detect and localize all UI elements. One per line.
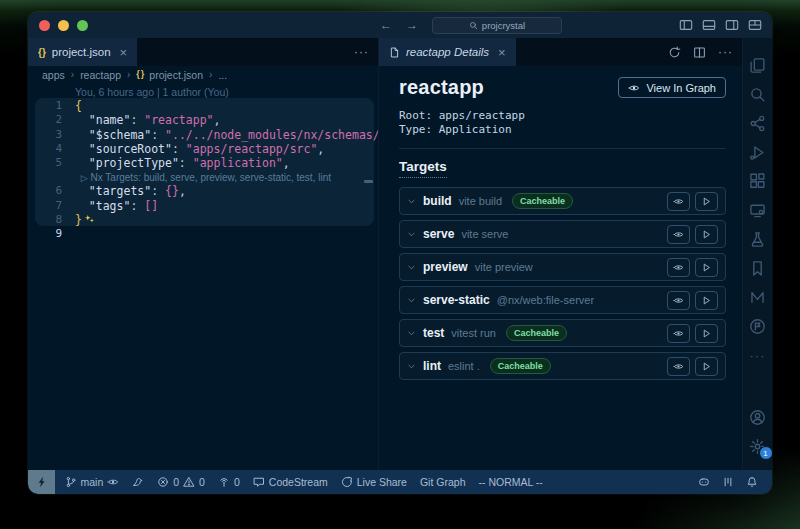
play-icon — [701, 229, 712, 240]
codestream-item[interactable]: CodeStream — [246, 470, 334, 494]
more-actions-icon[interactable]: ··· — [718, 46, 733, 58]
target-run-button[interactable] — [695, 225, 718, 244]
code-line[interactable]: 7 "tags": [] — [28, 199, 378, 213]
line-number: 7 — [28, 199, 75, 213]
minimize-window-button[interactable] — [58, 20, 69, 31]
close-icon[interactable]: × — [120, 46, 128, 59]
toggle-sidebar-left-icon[interactable] — [679, 18, 693, 32]
breadcrumb-item[interactable]: apps — [42, 69, 65, 81]
chevron-down-icon — [407, 230, 416, 239]
activity-extensions-icon[interactable] — [743, 168, 773, 195]
code-line[interactable]: 8} — [28, 213, 378, 227]
target-run-button[interactable] — [695, 291, 718, 310]
command-center[interactable]: projcrystal — [432, 17, 562, 34]
activity-share-graph-icon[interactable] — [743, 110, 773, 137]
share-graph-icon — [749, 115, 766, 132]
forward-icon[interactable]: → — [406, 19, 419, 31]
notifications-item[interactable] — [740, 470, 764, 494]
branch-item[interactable]: main — [58, 470, 126, 494]
target-view-button[interactable] — [667, 357, 690, 376]
more-actions-icon[interactable]: ··· — [354, 46, 369, 58]
activity-more-icon[interactable]: ··· — [743, 342, 773, 369]
line-number: 4 — [28, 142, 75, 156]
target-run-button[interactable] — [695, 258, 718, 277]
warning-icon — [183, 476, 195, 488]
split-editor-icon[interactable] — [693, 46, 706, 59]
prettier-icon — [722, 476, 734, 488]
code-line[interactable]: 3 "$schema": "../../node_modules/nx/sche… — [28, 128, 378, 142]
zoom-window-button[interactable] — [77, 20, 88, 31]
remote-indicator[interactable] — [28, 470, 55, 494]
breadcrumb-item[interactable]: ... — [218, 69, 227, 81]
editor-group-1-tabs: {} project.json × ··· — [28, 38, 378, 66]
activity-search-icon[interactable] — [743, 81, 773, 108]
back-icon[interactable]: ← — [380, 19, 393, 31]
target-view-button[interactable] — [667, 225, 690, 244]
code-lines: You, 6 hours ago | 1 author (You)1{2 "na… — [28, 83, 378, 241]
code-line[interactable]: 5 "projectType": "application", — [28, 156, 378, 170]
customize-layout-icon[interactable] — [748, 18, 762, 32]
activity-run-icon[interactable] — [743, 139, 773, 166]
target-view-button[interactable] — [667, 324, 690, 343]
view-in-graph-button[interactable]: View In Graph — [618, 77, 726, 98]
refresh-icon[interactable] — [668, 46, 681, 59]
target-name: serve-static — [423, 293, 490, 307]
line-number: 6 — [28, 184, 75, 198]
nx-targets-hint-line[interactable]: ▷ Nx Targets: build, serve, preview, ser… — [28, 170, 378, 184]
target-view-button[interactable] — [667, 291, 690, 310]
tab-project-json[interactable]: {} project.json × — [28, 38, 138, 66]
eye-icon — [673, 262, 684, 273]
tab-label: reactapp Details — [406, 46, 489, 58]
toggle-sidebar-right-icon[interactable] — [725, 18, 739, 32]
chevron-down-icon — [407, 263, 416, 272]
activity-remote-monitor-icon[interactable] — [743, 197, 773, 224]
code-editor[interactable]: You, 6 hours ago | 1 author (You)1{2 "na… — [28, 83, 378, 470]
close-icon[interactable]: × — [498, 46, 506, 59]
activity-beaker-icon[interactable] — [743, 226, 773, 253]
sparkle-icon — [84, 214, 95, 225]
ports-item[interactable]: 0 — [211, 470, 246, 494]
code-line[interactable]: 1{ — [28, 99, 378, 113]
git-graph-item[interactable]: Git Graph — [413, 470, 472, 494]
target-run-button[interactable] — [695, 357, 718, 376]
activity-explorer-icon[interactable] — [743, 52, 773, 79]
target-row-serve[interactable]: servevite serve — [399, 220, 726, 248]
copilot-item[interactable] — [692, 470, 716, 494]
breadcrumb-item[interactable]: reactapp — [80, 69, 121, 81]
close-window-button[interactable] — [39, 20, 50, 31]
code-line[interactable]: 9 — [28, 227, 378, 241]
liveshare-item[interactable]: Live Share — [334, 470, 413, 494]
line-number: 5 — [28, 156, 75, 170]
target-row-lint[interactable]: linteslint .Cacheable — [399, 352, 726, 380]
bird-item[interactable] — [126, 470, 151, 494]
bookmark-icon — [749, 260, 766, 277]
target-view-button[interactable] — [667, 192, 690, 211]
target-row-test[interactable]: testvitest runCacheable — [399, 319, 726, 347]
target-row-serve-static[interactable]: serve-static@nx/web:file-server — [399, 286, 726, 314]
target-run-button[interactable] — [695, 324, 718, 343]
activity-flag-circle-icon[interactable] — [743, 313, 773, 340]
activity-account-icon[interactable] — [743, 404, 773, 431]
toggle-panel-icon[interactable] — [702, 18, 716, 32]
breadcrumb-item[interactable]: {}project.json — [136, 69, 203, 81]
activity-bookmark-icon[interactable] — [743, 255, 773, 282]
git-blame-line[interactable]: You, 6 hours ago | 1 author (You) — [28, 85, 378, 99]
activity-gear-icon[interactable]: 1 — [743, 433, 773, 460]
command-center-text: projcrystal — [482, 20, 525, 31]
problems-item[interactable]: 00 — [151, 470, 212, 494]
target-row-build[interactable]: buildvite buildCacheable — [399, 187, 726, 215]
tab-reactapp-details[interactable]: reactapp Details × — [379, 38, 517, 66]
code-line[interactable]: 6 "targets": {}, — [28, 184, 378, 198]
code-line[interactable]: 2 "name": "reactapp", — [28, 113, 378, 127]
play-icon — [701, 361, 712, 372]
breadcrumb[interactable]: apps›reactapp›{}project.json›... — [28, 66, 392, 83]
target-row-preview[interactable]: previewvite preview — [399, 253, 726, 281]
project-meta: Root: apps/reactapp Type: Application — [399, 109, 726, 137]
vim-mode-item[interactable]: -- NORMAL -- — [472, 470, 549, 494]
target-view-button[interactable] — [667, 258, 690, 277]
activity-nx-console-icon[interactable] — [743, 284, 773, 311]
prettier-item[interactable] — [716, 470, 740, 494]
target-run-button[interactable] — [695, 192, 718, 211]
run-icon — [749, 144, 766, 161]
code-line[interactable]: 4 "sourceRoot": "apps/reactapp/src", — [28, 142, 378, 156]
